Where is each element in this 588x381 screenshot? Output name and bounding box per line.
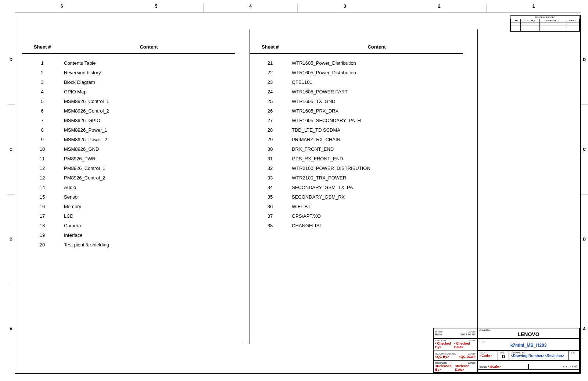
- toc-sheet-number: 33: [250, 175, 290, 181]
- toc-sheet-number: 29: [250, 137, 290, 142]
- col-5: 5: [109, 4, 203, 13]
- row-D-r: D: [581, 15, 588, 104]
- toc-content-name: Test piont & shielding: [62, 242, 235, 248]
- toc-sheet-number: 16: [22, 204, 62, 209]
- toc-content-name: MSM8926_Control_1: [62, 99, 235, 104]
- rev-lbl: REV:: [570, 352, 577, 354]
- toc-sheet-number: 6: [22, 108, 62, 114]
- toc-sheet-number: 14: [22, 185, 62, 190]
- toc-content-name: SECONDARY_GSM_RX: [290, 194, 463, 200]
- toc-entry: 25WTR1605_TX_GND: [250, 99, 463, 104]
- toc-entry: 27WTR1605_SECONDARY_PATH: [250, 118, 463, 123]
- toc-content-name: GPS_RX_FRONT_END: [290, 156, 463, 161]
- toc-entry: 12PM8926_Control_2: [22, 175, 235, 181]
- toc-content-name: MSM8926_Power_2: [62, 137, 235, 142]
- toc-entry: 17LCD: [22, 213, 235, 219]
- toc-entry: 38CHANGELIST: [250, 223, 463, 228]
- released-date: <Release Date>: [455, 364, 476, 371]
- toc-content-name: Memory: [62, 204, 235, 209]
- toc-sheet-number: 30: [250, 146, 290, 152]
- toc-content-name: LCD: [62, 213, 235, 219]
- toc-content-name: WTR1605_Power_Distribution: [290, 60, 463, 66]
- toc-sheet-number: 36: [250, 204, 290, 209]
- toc-content-name: GPS/APT/XO: [290, 213, 463, 219]
- toc-sheet-number: 9: [22, 137, 62, 142]
- toc-entry: 20Test piont & shielding: [22, 242, 235, 248]
- toc-sheet-number: 20: [22, 242, 62, 248]
- toc-entry: 7MSM8926_GPIO: [22, 118, 235, 123]
- toc-entry: 15Sensor: [22, 194, 235, 200]
- toc-entry: 26WTR1605_PRX_DRX: [250, 108, 463, 114]
- toc-content-name: WIFI_BT: [290, 204, 463, 209]
- toc-entry: 23QFE1101: [250, 79, 463, 85]
- toc-content-name: MSM8926_Power_1: [62, 127, 235, 133]
- col-header-sheet: Sheet #: [22, 44, 62, 50]
- toc-content-name: MSM8926_GPIO: [62, 118, 235, 123]
- released-by: <Released By>: [435, 364, 455, 371]
- toc-sheet-number: 12: [22, 175, 62, 181]
- toc-sheet-number: 4: [22, 89, 62, 95]
- contents-table-area: Sheet # Content 1Contents Table2Reversio…: [22, 44, 478, 359]
- toc-sheet-number: 25: [250, 99, 290, 104]
- toc-content-name: WTR1605_TX_GND: [290, 99, 463, 104]
- toc-entry: 37GPS/APT/XO: [250, 213, 463, 219]
- toc-entry: 31GPS_RX_FRONT_END: [250, 156, 463, 161]
- toc-sheet-number: 18: [22, 223, 62, 228]
- col-3: 3: [297, 4, 392, 13]
- toc-sheet-number: 15: [22, 194, 62, 200]
- toc-sheet-number: 32: [250, 165, 290, 171]
- col-6: 6: [15, 4, 109, 13]
- toc-content-name: Contents Table: [62, 60, 235, 66]
- drawn-by: Baiht: [435, 333, 442, 336]
- toc-entry: 1Contents Table: [22, 60, 235, 66]
- size-val: D: [500, 354, 507, 359]
- col-2: 2: [392, 4, 486, 13]
- toc-content-name: WTR1605_PRX_DRX: [290, 108, 463, 114]
- contents-right-col: Sheet # Content 21WTR1605_Power_Distribu…: [250, 44, 478, 359]
- toc-sheet-number: 34: [250, 185, 290, 190]
- toc-content-name: WTR1605_POWER PART: [290, 89, 463, 95]
- toc-sheet-number: 26: [250, 108, 290, 114]
- toc-sheet-number: 37: [250, 213, 290, 219]
- toc-sheet-number: 19: [22, 232, 62, 238]
- toc-entry: 9MSM8926_Power_2: [22, 137, 235, 142]
- toc-entry: 5MSM8926_Control_1: [22, 99, 235, 104]
- toc-entry: 2Reversion history: [22, 70, 235, 75]
- col-header-content: Content: [62, 44, 235, 50]
- sheet-cur: 1: [571, 365, 573, 368]
- row-A: A: [7, 284, 15, 374]
- drawn-date: 2013-09-03: [460, 333, 476, 336]
- toc-entry: 10MSM8926_GND: [22, 146, 235, 152]
- toc-content-name: WTR2100_POWER_DISTRIBUTION: [290, 165, 463, 171]
- contents-left-col: Sheet # Content 1Contents Table2Reversio…: [22, 44, 250, 359]
- toc-content-name: Sensor: [62, 194, 235, 200]
- toc-content-name: Camera: [62, 223, 235, 228]
- company-name: LENOVO: [479, 331, 578, 337]
- toc-entry: 21WTR1605_Power_Distribution: [250, 60, 463, 66]
- toc-content-name: Audio: [62, 185, 235, 190]
- toc-content-name: CHANGELIST: [290, 223, 463, 228]
- toc-entry: 35SECONDARY_GSM_RX: [250, 194, 463, 200]
- toc-entry: 36WIFI_BT: [250, 204, 463, 209]
- toc-content-name: PM8926_PWR: [62, 156, 235, 161]
- toc-entry: 30DRX_FRONT_END: [250, 146, 463, 152]
- scale-lbl: SCALE:: [480, 366, 487, 368]
- toc-sheet-number: 35: [250, 194, 290, 200]
- top-grid-ruler: 6 5 4 3 2 1: [15, 4, 581, 13]
- toc-entry: 22WTR1605_Power_Distribution: [250, 70, 463, 75]
- toc-sheet-number: 3: [22, 79, 62, 85]
- toc-entry: 28TDD_LTE_TD SCDMA: [250, 127, 463, 133]
- toc-entry: 4GPIO Map: [22, 89, 235, 95]
- left-grid-ruler: D C B A: [7, 15, 15, 374]
- toc-content-name: PRIMARY_RX_CHAIN: [290, 137, 463, 142]
- toc-entry: 19Interface: [22, 232, 235, 238]
- toc-content-name: SECONDARY_GSM_TX_PA: [290, 185, 463, 190]
- revision-record: REVISION RECORD LTR ECO NO: APPROVED: DA…: [510, 15, 580, 32]
- toc-entry: 14Audio: [22, 185, 235, 190]
- toc-sheet-number: 11: [22, 156, 62, 161]
- toc-entry: 12PM8926_Control_1: [22, 165, 235, 171]
- title-name: k7mini_MB_H203: [479, 343, 578, 348]
- toc-content-name: Reversion history: [62, 70, 235, 75]
- rev-hdr-date: DATE:: [565, 19, 580, 22]
- toc-content-name: MSM8926_Control_2: [62, 108, 235, 114]
